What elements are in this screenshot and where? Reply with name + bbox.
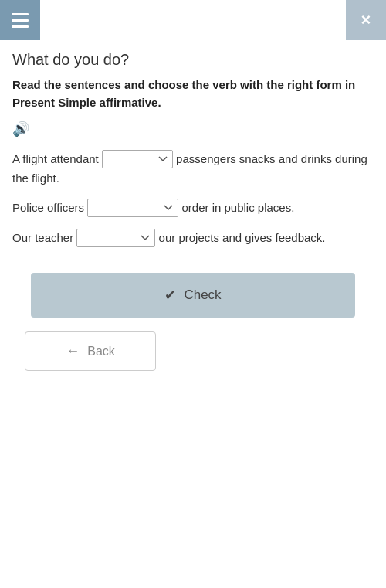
hamburger-button[interactable]	[0, 0, 40, 40]
back-arrow-icon: ←	[66, 343, 80, 359]
verb-dropdown-2[interactable]: maintain maintains is maintaining	[87, 199, 178, 217]
buttons-area: ← Back	[0, 331, 386, 371]
audio-icon[interactable]: 🔊	[12, 121, 29, 138]
sentence-before-3: Our teacher	[12, 231, 73, 244]
close-button[interactable]: ×	[346, 0, 386, 40]
sentence-before-1: A flight attendant	[12, 152, 99, 165]
verb-dropdown-3[interactable]: checks check is checking	[76, 229, 155, 247]
hamburger-bar	[12, 19, 29, 22]
sentence-row-3: Our teacher checks check is checking our…	[12, 229, 374, 248]
sentence-row-1: A flight attendant serves serve is servi…	[12, 150, 374, 188]
instruction-text: Read the sentences and choose the verb w…	[12, 76, 374, 111]
content-area: Read the sentences and choose the verb w…	[0, 76, 386, 318]
hamburger-bar	[12, 25, 29, 28]
hamburger-bar	[12, 13, 29, 15]
verb-dropdown-1[interactable]: serves serve is serving	[102, 150, 173, 168]
check-button-label: Check	[184, 287, 221, 303]
checkmark-icon: ✔	[164, 287, 176, 304]
top-bar: ×	[0, 0, 386, 40]
back-button[interactable]: ← Back	[25, 331, 156, 371]
close-icon: ×	[361, 10, 371, 30]
sentence-after-2: order in public places.	[181, 201, 294, 214]
sentence-after-3: our projects and gives feedback.	[159, 231, 326, 244]
sentence-row-2: Police officers maintain maintains is ma…	[12, 199, 374, 218]
check-btn-wrapper: ✔ Check	[12, 273, 374, 318]
page-title: What do you do?	[0, 40, 386, 76]
back-button-label: Back	[87, 345, 115, 359]
sentence-before-2: Police officers	[12, 201, 84, 214]
check-button[interactable]: ✔ Check	[31, 273, 355, 318]
